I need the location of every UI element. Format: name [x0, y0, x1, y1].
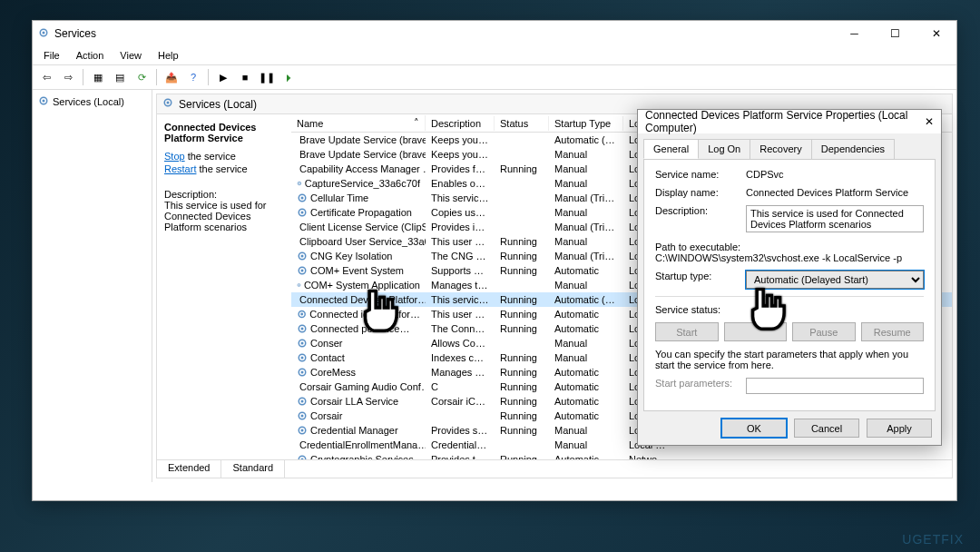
services-icon	[38, 95, 49, 108]
services-icon	[162, 97, 173, 111]
description-box[interactable]	[746, 205, 924, 232]
separator	[208, 69, 209, 85]
menubar: File Action View Help	[33, 46, 956, 64]
tab-standard[interactable]: Standard	[221, 460, 285, 478]
pane-title: Services (Local)	[179, 98, 257, 111]
svg-point-43	[301, 400, 304, 403]
svg-point-37	[301, 357, 304, 360]
description-label: Description:	[655, 205, 746, 216]
start-params-label: Start parameters:	[655, 378, 746, 389]
start-params-input	[746, 378, 924, 394]
svg-point-3	[43, 100, 45, 103]
tab-dependencies[interactable]: Dependencies	[811, 139, 895, 159]
stop-button[interactable]: ■	[235, 67, 255, 87]
tree-pane: Services (Local)	[33, 90, 152, 482]
path-value: C:\WINDOWS\system32\svchost.exe -k Local…	[655, 252, 924, 263]
table-row[interactable]: Cryptographic ServicesProvides thr…Runni…	[291, 452, 952, 459]
svg-point-39	[301, 371, 304, 374]
dialog-title: Connected Devices Platform Service Prope…	[645, 109, 925, 134]
play-button[interactable]: ▶	[213, 67, 233, 87]
service-name-value: CDPSvc	[746, 169, 924, 180]
pause-button[interactable]: ❚❚	[257, 67, 277, 87]
maximize-button[interactable]: ☐	[875, 21, 916, 46]
detail-pane: Connected Devices Platform Service Stop …	[157, 114, 291, 459]
titlebar: Services ─ ☐ ✕	[33, 21, 956, 46]
minimize-button[interactable]: ─	[834, 21, 875, 46]
svg-point-45	[301, 415, 304, 418]
refresh-button[interactable]: ⟳	[132, 67, 152, 87]
svg-point-33	[301, 328, 304, 330]
separator	[83, 69, 83, 85]
svg-point-5	[167, 102, 170, 104]
cancel-button[interactable]: Cancel	[794, 419, 859, 438]
help-button[interactable]: ?	[183, 67, 203, 87]
properties-button[interactable]: ▤	[110, 67, 130, 87]
desc-label: Description:	[164, 189, 284, 200]
svg-point-51	[301, 458, 304, 460]
watermark: UGETFIX	[902, 532, 964, 547]
stop-suffix: the service	[185, 151, 236, 162]
restart-suffix: the service	[196, 163, 247, 174]
tree-root-item[interactable]: Services (Local)	[36, 94, 148, 110]
tabs-bottom: Extended Standard	[157, 459, 952, 478]
tree-root-label: Services (Local)	[53, 96, 124, 107]
dialog-body: Service name:CDPSvc Display name:Connect…	[643, 159, 936, 411]
desc-text: This service is used for Connected Devic…	[164, 200, 284, 232]
pause-button[interactable]: Pause	[792, 322, 856, 341]
properties-dialog: Connected Devices Platform Service Prope…	[637, 109, 942, 446]
tab-extended[interactable]: Extended	[157, 460, 221, 478]
show-hide-tree-button[interactable]: ▦	[88, 67, 108, 87]
toolbar: ⇦ ⇨ ▦ ▤ ⟳ 📤 ? ▶ ■ ❚❚ ⏵	[33, 64, 956, 90]
forward-button[interactable]: ⇨	[58, 67, 78, 87]
svg-point-25	[301, 270, 304, 272]
svg-point-35	[301, 342, 304, 345]
service-status-label: Service status:	[655, 304, 746, 315]
col-description[interactable]: Description	[426, 116, 495, 131]
close-button[interactable]: ✕	[916, 21, 956, 46]
menu-file[interactable]: File	[36, 48, 67, 63]
apply-button[interactable]: Apply	[867, 419, 932, 438]
startup-type-label: Startup type:	[655, 271, 746, 281]
services-icon	[38, 27, 49, 41]
dialog-tabs: General Log On Recovery Dependencies	[638, 133, 941, 159]
svg-point-23	[301, 255, 304, 258]
svg-point-1	[43, 31, 45, 34]
svg-point-31	[300, 313, 303, 316]
start-params-help: You can specify the start parameters tha…	[655, 349, 924, 370]
col-status[interactable]: Status	[495, 116, 549, 131]
resume-button[interactable]: Resume	[861, 322, 925, 341]
start-button[interactable]: Start	[655, 322, 719, 341]
back-button[interactable]: ⇦	[36, 67, 56, 87]
display-name-value: Connected Devices Platform Service	[746, 187, 924, 198]
svg-point-13	[299, 182, 299, 183]
menu-view[interactable]: View	[113, 48, 149, 63]
export-button[interactable]: 📤	[162, 67, 181, 87]
stop-link[interactable]: Stop	[164, 151, 185, 162]
startup-type-select[interactable]: Automatic (Delayed Start)	[746, 271, 924, 289]
restart-button[interactable]: ⏵	[279, 67, 299, 87]
menu-action[interactable]: Action	[69, 48, 112, 63]
svg-point-47	[301, 429, 304, 432]
service-name-label: Service name:	[655, 169, 746, 180]
restart-link[interactable]: Restart	[164, 163, 196, 174]
separator	[156, 69, 157, 85]
tab-logon[interactable]: Log On	[698, 139, 750, 159]
dialog-footer: OK Cancel Apply	[638, 411, 941, 445]
svg-point-17	[301, 212, 304, 214]
tab-recovery[interactable]: Recovery	[750, 139, 811, 159]
dialog-titlebar: Connected Devices Platform Service Prope…	[638, 110, 941, 133]
detail-heading: Connected Devices Platform Service	[164, 122, 284, 143]
tab-general[interactable]: General	[643, 139, 699, 159]
svg-point-15	[301, 197, 304, 200]
svg-point-27	[299, 284, 299, 285]
stop-button[interactable]	[724, 322, 788, 341]
col-name[interactable]: Name ˄	[291, 115, 426, 131]
display-name-label: Display name:	[655, 187, 746, 198]
menu-help[interactable]: Help	[151, 48, 186, 63]
close-icon[interactable]: ✕	[925, 115, 934, 128]
window-title: Services	[54, 27, 834, 40]
col-startup-type[interactable]: Startup Type	[549, 116, 623, 131]
ok-button[interactable]: OK	[721, 419, 787, 438]
path-label: Path to executable:	[655, 242, 924, 252]
